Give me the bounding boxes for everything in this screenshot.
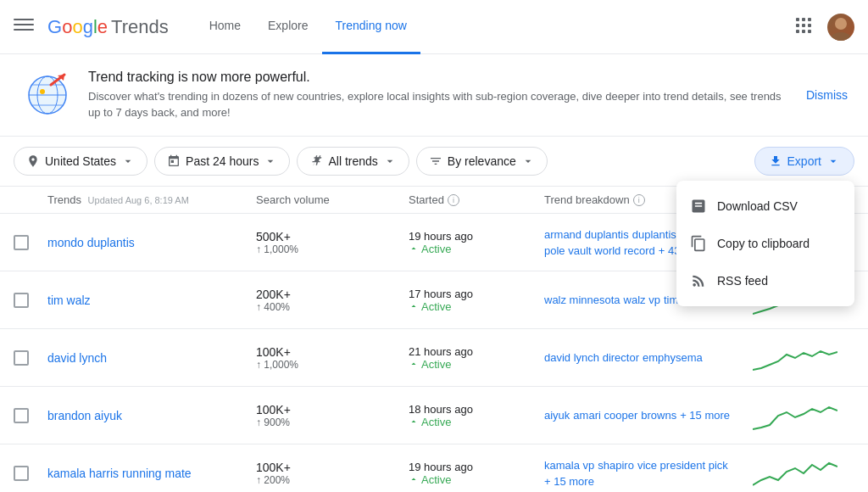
breakdown-tag[interactable]: walz minnesota — [544, 294, 620, 306]
volume-2: 100K+ — [256, 345, 409, 359]
volume-col-header: Search volume — [256, 193, 409, 206]
volume-4: 100K+ — [256, 461, 409, 474]
rss-icon — [690, 272, 707, 289]
dismiss-button[interactable]: Dismiss — [806, 88, 848, 102]
trend-name-3[interactable]: brandon aiyuk — [47, 409, 122, 422]
table-row: david lynch 100K+ ↑ 1,000% 21 hours ago … — [0, 329, 868, 387]
header-right — [793, 14, 854, 41]
banner-title: Trend tracking is now more powerful. — [88, 70, 793, 85]
breakdown-tag[interactable]: kamala vp — [544, 459, 594, 472]
svg-rect-6 — [796, 24, 799, 27]
hamburger-icon[interactable] — [14, 14, 34, 39]
status-3: Active — [409, 416, 544, 428]
grid-icon[interactable] — [793, 15, 814, 38]
active-arrow-icon-3 — [409, 417, 419, 427]
svg-rect-0 — [14, 19, 34, 20]
breakdown-tag[interactable]: shapiro — [598, 459, 634, 472]
info-icon-breakdown[interactable]: i — [633, 194, 645, 206]
started-0: 19 hours ago — [409, 230, 544, 243]
chevron-down-icon — [121, 154, 135, 168]
table-row: kamala harris running mate 100K+ ↑ 200% … — [0, 444, 868, 492]
avatar[interactable] — [827, 14, 854, 41]
time-filter-label: Past 24 hours — [186, 154, 259, 168]
nav-item-home[interactable]: Home — [196, 0, 254, 54]
svg-point-21 — [40, 89, 45, 94]
started-1: 17 hours ago — [409, 288, 544, 300]
dropdown-clipboard-label: Copy to clipboard — [717, 237, 810, 250]
svg-rect-10 — [802, 30, 805, 33]
breakdown-tag[interactable]: amari cooper — [573, 409, 637, 422]
sort-filter[interactable]: By relevance — [416, 147, 548, 176]
chevron-down-icon4 — [521, 154, 535, 168]
svg-rect-11 — [808, 30, 811, 33]
banner-globe-icon — [20, 68, 75, 122]
nav-item-trending-now[interactable]: Trending now — [322, 0, 420, 54]
change-2: ↑ 1,000% — [256, 359, 409, 371]
started-3: 18 hours ago — [409, 403, 544, 416]
main-nav: Home Explore Trending now — [196, 0, 793, 54]
breakdown-tag[interactable]: aiyuk — [544, 409, 570, 422]
row-checkbox-2[interactable] — [14, 350, 29, 366]
status-0: Active — [409, 243, 544, 255]
row-checkbox-3[interactable] — [14, 408, 29, 423]
change-3: ↑ 900% — [256, 417, 409, 428]
svg-rect-7 — [802, 24, 805, 27]
change-4: ↑ 200% — [256, 474, 409, 486]
breakdown-tag[interactable]: david lynch director — [544, 351, 639, 364]
category-filter[interactable]: All trends — [297, 147, 409, 176]
dropdown-item-clipboard[interactable]: Copy to clipboard — [676, 225, 854, 262]
hashtag-icon — [309, 154, 323, 168]
country-filter[interactable]: United States — [14, 147, 147, 176]
more-link-4[interactable]: + 15 more — [544, 475, 594, 488]
time-filter[interactable]: Past 24 hours — [154, 147, 290, 176]
started-4: 19 hours ago — [409, 461, 544, 473]
svg-rect-9 — [796, 30, 799, 33]
breakdown-tag[interactable]: vice president pick — [637, 459, 728, 472]
trend-name-1[interactable]: tim walz — [47, 294, 91, 307]
csv-icon — [690, 198, 707, 215]
updated-text: Updated Aug 6, 8:19 AM — [88, 195, 189, 205]
svg-rect-5 — [808, 18, 811, 21]
export-dropdown: Download CSV Copy to clipboard RSS feed — [676, 181, 854, 306]
sparkline-3 — [753, 397, 854, 433]
breakdown-tag[interactable]: armand duplantis — [544, 228, 629, 241]
breakdown-tag[interactable]: browns — [641, 409, 676, 422]
volume-0: 500K+ — [256, 230, 409, 243]
dropdown-item-csv[interactable]: Download CSV — [676, 187, 854, 225]
row-checkbox-0[interactable] — [14, 235, 29, 250]
status-4: Active — [409, 473, 544, 486]
export-button[interactable]: Export — [754, 147, 854, 176]
volume-3: 100K+ — [256, 403, 409, 417]
volume-1: 200K+ — [256, 288, 409, 301]
breakdown-tag[interactable]: walz vp — [624, 294, 660, 306]
nav-item-explore[interactable]: Explore — [254, 0, 321, 54]
breakdown-4: kamala vp shapiro vice president pick + … — [544, 459, 753, 488]
active-arrow-icon-4 — [409, 474, 419, 484]
row-checkbox-1[interactable] — [14, 293, 29, 308]
more-link-3[interactable]: + 15 more — [680, 409, 730, 422]
row-checkbox-4[interactable] — [14, 466, 29, 481]
header: Google Trends Home Explore Trending now — [0, 0, 868, 54]
trend-name-4[interactable]: kamala harris running mate — [47, 467, 192, 480]
logo-trends-text: Trends — [111, 16, 169, 38]
export-label: Export — [787, 154, 821, 168]
logo[interactable]: Google Trends — [47, 16, 169, 38]
dropdown-rss-label: RSS feed — [717, 274, 768, 288]
breakdown-tag[interactable]: pole vault world record — [544, 244, 655, 257]
trends-col-header: Trends Updated Aug 6, 8:19 AM — [47, 193, 256, 206]
svg-rect-1 — [14, 24, 34, 25]
filters-bar: United States Past 24 hours All trends B… — [0, 137, 868, 187]
chevron-down-icon3 — [383, 154, 397, 168]
trend-name-0[interactable]: mondo duplantis — [47, 236, 135, 249]
dropdown-item-rss[interactable]: RSS feed — [676, 262, 854, 299]
trend-name-2[interactable]: david lynch — [47, 351, 107, 365]
breakdown-tag[interactable]: duplantis — [632, 228, 676, 241]
calendar-icon — [167, 154, 181, 168]
export-icon — [769, 154, 782, 168]
sparkline-2 — [753, 339, 854, 376]
started-col-header: Started i — [409, 193, 544, 206]
svg-point-13 — [831, 32, 851, 41]
info-icon-started[interactable]: i — [448, 194, 459, 206]
breakdown-tag[interactable]: emphysema — [643, 351, 703, 364]
sort-filter-label: By relevance — [448, 154, 516, 168]
